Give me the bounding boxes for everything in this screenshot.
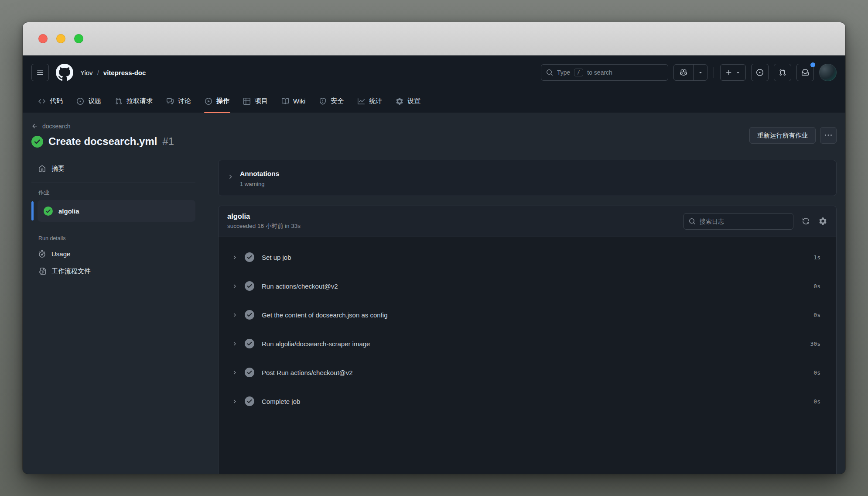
issue-opened-icon: [77, 98, 84, 105]
gear-icon: [819, 217, 827, 225]
global-search-input[interactable]: Type / to search: [541, 64, 668, 81]
step-duration: 1s: [813, 254, 820, 261]
browser-window: Yiov / vitepress-doc Type / to search: [23, 22, 845, 474]
tab-wiki[interactable]: Wiki: [276, 90, 311, 113]
chevron-right-icon: [232, 312, 237, 318]
search-placeholder-prefix: Type: [557, 69, 570, 76]
run-main: Annotations 1 warning algolia succeeded …: [218, 160, 837, 474]
maximize-window-button[interactable]: [74, 34, 83, 43]
chevron-right-icon: [232, 399, 237, 404]
chevron-down-icon: [735, 70, 741, 75]
create-new-button[interactable]: [720, 64, 746, 81]
gear-icon: [396, 98, 403, 105]
step-row-post-checkout[interactable]: Post Run actions/checkout@v2 0s: [219, 358, 836, 387]
notification-dot: [810, 62, 815, 67]
home-icon: [38, 165, 46, 172]
code-icon: [38, 98, 45, 105]
slash-key-hint: /: [574, 69, 583, 77]
log-search-field[interactable]: [683, 213, 793, 230]
step-success-check-icon: [245, 310, 254, 320]
log-settings-button[interactable]: [818, 217, 827, 226]
github-logo[interactable]: [56, 64, 73, 81]
minimize-window-button[interactable]: [56, 34, 65, 43]
breadcrumb-owner-link[interactable]: Yiov: [80, 69, 93, 76]
search-icon: [689, 218, 696, 225]
plus-icon: [725, 69, 732, 76]
window-titlebar[interactable]: [23, 22, 845, 55]
step-row-get-config[interactable]: Get the content of docsearch.json as con…: [219, 300, 836, 329]
job-log-tools: [683, 213, 827, 230]
kebab-horizontal-icon: [825, 132, 832, 139]
tab-insights[interactable]: 统计: [352, 90, 388, 113]
step-row-complete-job[interactable]: Complete job 0s: [219, 387, 836, 416]
step-duration: 0s: [813, 283, 820, 289]
tab-issues[interactable]: 议题: [71, 90, 107, 113]
graph-icon: [358, 98, 365, 105]
refresh-logs-button[interactable]: [801, 217, 810, 226]
run-sidebar: 摘要 作业 algolia Run details Usage 工作流程文件: [31, 160, 195, 474]
run-details-section-label: Run details: [37, 235, 195, 241]
git-pull-request-icon: [779, 69, 786, 76]
step-name: Run actions/checkout@v2: [262, 282, 338, 290]
sidebar-item-usage[interactable]: Usage: [37, 245, 195, 262]
step-success-check-icon: [245, 252, 254, 262]
step-row-setup-job[interactable]: Set up job 1s: [219, 243, 836, 272]
hamburger-icon: [37, 69, 44, 76]
log-search-input[interactable]: [700, 218, 788, 225]
annotations-summary: 1 warning: [240, 181, 279, 187]
avatar[interactable]: [819, 64, 837, 81]
tab-settings[interactable]: 设置: [390, 90, 427, 113]
sync-icon: [802, 217, 810, 225]
tab-pull-requests[interactable]: 拉取请求: [109, 90, 159, 113]
close-window-button[interactable]: [38, 34, 48, 43]
book-icon: [282, 98, 289, 105]
run-number: #1: [162, 135, 174, 148]
file-code-icon: [38, 268, 46, 275]
sidebar-item-job-algolia[interactable]: algolia: [38, 200, 195, 222]
issue-opened-icon: [756, 69, 763, 76]
copilot-dropdown-caret[interactable]: [694, 65, 707, 80]
more-options-button[interactable]: [820, 127, 837, 144]
rerun-all-jobs-button[interactable]: 重新运行所有作业: [749, 127, 816, 144]
tab-projects[interactable]: 项目: [237, 90, 274, 113]
success-check-icon: [44, 207, 53, 216]
step-row-run-scraper[interactable]: Run algolia/docsearch-scraper image 30s: [219, 329, 836, 358]
tab-discussions[interactable]: 讨论: [161, 90, 197, 113]
actions-run-page: docsearch Create docsearch.yml #1 重新运行所有…: [23, 113, 845, 474]
step-duration: 0s: [813, 369, 820, 376]
table-icon: [243, 98, 250, 105]
search-placeholder-suffix: to search: [587, 69, 612, 76]
shield-icon: [319, 98, 326, 105]
step-duration: 30s: [810, 341, 820, 347]
job-name: algolia: [227, 212, 301, 220]
copilot-button[interactable]: [673, 64, 707, 81]
job-steps-list: Set up job 1s Run actions/checkout@v2 0s: [219, 237, 836, 474]
issues-button[interactable]: [751, 64, 769, 81]
step-success-check-icon: [245, 368, 254, 377]
annotations-title: Annotations: [240, 170, 279, 178]
inbox-icon: [802, 69, 809, 76]
breadcrumb-repo-link[interactable]: vitepress-doc: [103, 69, 146, 76]
header-actions: Type / to search: [541, 64, 837, 81]
pull-requests-button[interactable]: [774, 64, 791, 81]
tab-security[interactable]: 安全: [313, 90, 350, 113]
tab-actions[interactable]: 操作: [199, 90, 236, 113]
step-row-checkout[interactable]: Run actions/checkout@v2 0s: [219, 272, 836, 300]
step-duration: 0s: [813, 398, 820, 405]
inbox-button[interactable]: [796, 64, 814, 81]
hamburger-menu-button[interactable]: [31, 64, 49, 81]
page-title: Create docsearch.yml: [48, 135, 157, 148]
sidebar-item-summary[interactable]: 摘要: [37, 160, 195, 177]
chevron-right-icon: [227, 174, 233, 180]
step-success-check-icon: [245, 281, 254, 291]
github-header: Yiov / vitepress-doc Type / to search: [23, 55, 845, 90]
annotations-card[interactable]: Annotations 1 warning: [218, 160, 837, 196]
chevron-down-icon: [698, 70, 703, 75]
chevron-right-icon: [232, 370, 237, 375]
back-link[interactable]: docsearch: [31, 123, 71, 130]
step-success-check-icon: [245, 339, 254, 348]
tab-code[interactable]: 代码: [32, 90, 69, 113]
comment-discussion-icon: [167, 98, 174, 105]
header-divider: [714, 67, 714, 78]
sidebar-item-workflow-file[interactable]: 工作流程文件: [37, 262, 195, 280]
